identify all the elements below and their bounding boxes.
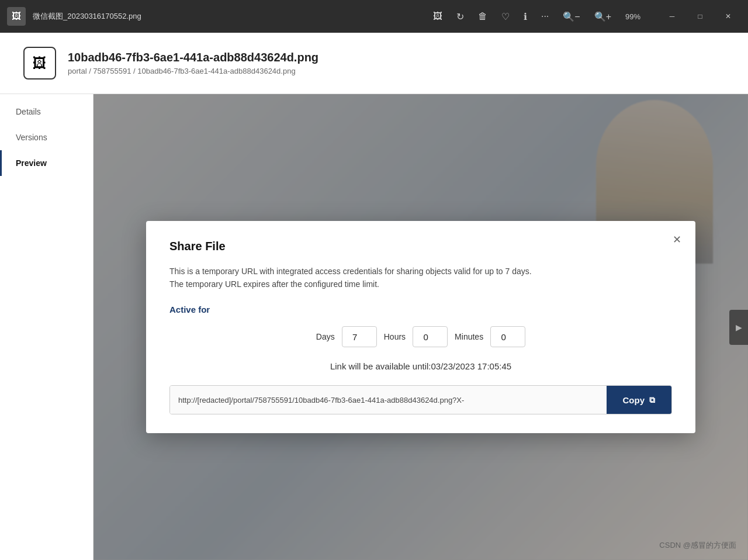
file-info: 10badb46-7fb3-6ae1-441a-adb88d43624d.png… — [68, 51, 318, 75]
tab-versions[interactable]: Versions — [0, 125, 93, 150]
tab-details[interactable]: Details — [0, 99, 93, 125]
days-label: Days — [316, 332, 335, 341]
modal-description-line2: The temporary URL expires after the conf… — [169, 279, 379, 289]
minutes-label: Minutes — [455, 332, 483, 341]
zoom-level: 99% — [623, 10, 643, 23]
file-type-icon: 🖼 — [23, 47, 56, 79]
copy-button[interactable]: Copy ⧉ — [607, 386, 672, 414]
url-row: Copy ⧉ — [169, 385, 672, 414]
copy-icon: ⧉ — [649, 395, 655, 405]
active-for-label: Active for — [169, 305, 672, 314]
hours-input[interactable] — [413, 326, 448, 347]
preview-area: ▶ ✕ Share File This is a temporary URL w… — [94, 94, 748, 560]
modal-description-line1: This is a temporary URL with integrated … — [169, 267, 532, 276]
delete-icon[interactable]: 🗑 — [476, 9, 490, 24]
more-icon[interactable]: ··· — [539, 9, 551, 24]
titlebar: 🖼 微信截图_20230316170552.png 🖼 ↻ 🗑 ♡ ℹ ··· … — [0, 0, 748, 33]
file-header: 🖼 10badb46-7fb3-6ae1-441a-adb88d43624d.p… — [0, 33, 748, 94]
close-button[interactable]: ✕ — [715, 7, 741, 26]
zoom-out-icon[interactable]: 🔍− — [560, 9, 582, 25]
duration-row: Days Hours Minutes — [169, 326, 672, 347]
main-area: 🖼 10badb46-7fb3-6ae1-441a-adb88d43624d.p… — [0, 33, 748, 560]
image-edit-icon[interactable]: 🖼 — [431, 9, 445, 24]
minutes-input[interactable] — [490, 326, 525, 347]
file-breadcrumb: portal / 758755591 / 10badb46-7fb3-6ae1-… — [68, 67, 318, 75]
minimize-button[interactable]: ─ — [659, 7, 685, 26]
content-area: Details Versions Preview ▶ ✕ Share File … — [0, 94, 748, 560]
app-icon: 🖼 — [7, 7, 26, 26]
modal-overlay: ✕ Share File This is a temporary URL wit… — [94, 94, 748, 560]
modal-description: This is a temporary URL with integrated … — [169, 265, 672, 291]
share-url-input[interactable] — [170, 386, 607, 414]
availability-text: Link will be available until:03/23/2023 … — [169, 361, 672, 371]
info-icon[interactable]: ℹ — [521, 9, 529, 25]
hours-label: Hours — [384, 332, 406, 341]
copy-label: Copy — [623, 395, 645, 405]
modal-close-button[interactable]: ✕ — [667, 230, 686, 249]
days-input[interactable] — [342, 326, 377, 347]
sidebar-tabs: Details Versions Preview — [0, 94, 94, 560]
titlebar-filename: 微信截图_20230316170552.png — [33, 11, 424, 22]
heart-icon[interactable]: ♡ — [499, 9, 512, 25]
rotate-icon[interactable]: ↻ — [454, 9, 466, 25]
maximize-button[interactable]: □ — [687, 7, 713, 26]
modal-title: Share File — [169, 240, 672, 253]
zoom-in-icon[interactable]: 🔍+ — [592, 9, 614, 25]
tab-preview[interactable]: Preview — [0, 150, 93, 176]
window-controls: ─ □ ✕ — [659, 7, 741, 26]
share-file-modal: ✕ Share File This is a temporary URL wit… — [146, 221, 695, 434]
titlebar-toolbar: 🖼 ↻ 🗑 ♡ ℹ ··· 🔍− 🔍+ 99% — [431, 9, 643, 25]
file-name: 10badb46-7fb3-6ae1-441a-adb88d43624d.png — [68, 51, 318, 64]
